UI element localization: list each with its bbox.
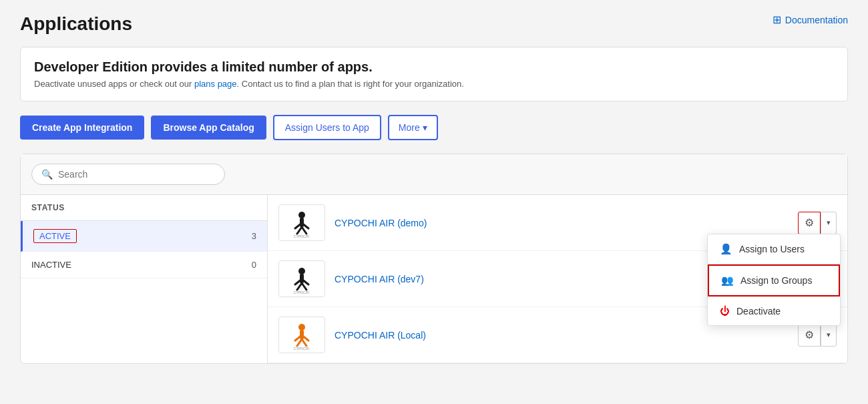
more-chevron-icon: ▾ [423, 122, 427, 133]
deactivate-item[interactable]: ⏻ Deactivate [708, 296, 840, 325]
banner-text: Deactivate unused apps or check out our … [34, 79, 834, 89]
page-header: Applications ⊞ Documentation [20, 13, 848, 35]
search-icon: 🔍 [41, 169, 53, 180]
assign-to-users-label: Assign to Users [739, 244, 805, 254]
app-logo-2: CYPOCHI [278, 260, 325, 297]
assign-to-groups-item[interactable]: 👥 Assign to Groups [708, 264, 840, 296]
svg-line-18 [297, 339, 302, 346]
dropdown-arrow-button-3[interactable]: ▾ [821, 324, 837, 347]
content-row: STATUS ACTIVE 3 INACTIVE 0 [21, 195, 847, 363]
deactivate-label: Deactivate [736, 306, 781, 317]
sidebar-item-inactive[interactable]: INACTIVE 0 [21, 252, 267, 278]
active-count: 3 [252, 231, 256, 241]
sidebar-status-header: STATUS [21, 195, 267, 221]
svg-point-0 [298, 212, 305, 218]
svg-point-14 [298, 324, 305, 331]
inactive-label: INACTIVE [31, 260, 71, 270]
action-buttons-row: Create App Integration Browse App Catalo… [20, 115, 848, 140]
app-actions-1: ⚙ ▾ [798, 212, 837, 234]
svg-line-11 [297, 283, 302, 290]
create-app-integration-button[interactable]: Create App Integration [20, 116, 144, 140]
search-input[interactable] [58, 169, 205, 180]
app-actions-3: ⚙ ▾ [798, 324, 837, 347]
table-row: CYPOCHI CYPOCHI AIR (demo) ⚙ ▾ 👤 Assign … [268, 195, 847, 251]
info-banner: Developer Edition provides a limited num… [20, 47, 848, 102]
svg-line-19 [302, 339, 306, 346]
banner-heading: Developer Edition provides a limited num… [34, 59, 834, 75]
gear-button-3[interactable]: ⚙ [798, 324, 821, 347]
group-icon: 👥 [721, 274, 734, 286]
assign-to-groups-label: Assign to Groups [740, 275, 812, 286]
svg-text:CYPOCHI: CYPOCHI [294, 290, 309, 294]
documentation-label: Documentation [785, 15, 848, 25]
power-icon: ⏻ [720, 305, 730, 317]
more-label: More [399, 122, 420, 133]
dropdown-arrow-button-1[interactable]: ▾ [821, 212, 837, 234]
svg-text:CYPOCHI: CYPOCHI [294, 347, 309, 350]
search-bar-row: 🔍 [21, 154, 847, 195]
banner-text-after: . Contact us to find a plan that is righ… [237, 79, 464, 89]
gear-button-1[interactable]: ⚙ [798, 212, 821, 234]
active-label: ACTIVE [33, 229, 77, 243]
plans-page-link[interactable]: plans page [194, 79, 237, 89]
cypochi-logo-2: CYPOCHI [286, 264, 318, 294]
documentation-icon: ⊞ [773, 13, 781, 26]
app-logo-3: CYPOCHI [278, 317, 325, 353]
app-name-3[interactable]: CYPOCHI AIR (Local) [335, 330, 789, 341]
dropdown-menu: 👤 Assign to Users 👥 Assign to Groups ⏻ D… [707, 234, 841, 326]
search-input-wrap[interactable]: 🔍 [31, 164, 225, 185]
app-logo-1: CYPOCHI [278, 204, 325, 241]
svg-point-7 [298, 268, 305, 274]
cypochi-logo-3: CYPOCHI [286, 321, 318, 350]
more-button[interactable]: More ▾ [388, 115, 438, 140]
browse-app-catalog-button[interactable]: Browse App Catalog [151, 116, 266, 140]
cypochi-logo-1: CYPOCHI [286, 208, 318, 238]
page-title: Applications [20, 13, 132, 35]
svg-line-12 [302, 283, 306, 290]
sidebar-item-active[interactable]: ACTIVE 3 [21, 221, 267, 252]
assign-users-to-app-button[interactable]: Assign Users to App [273, 115, 381, 140]
svg-line-5 [302, 227, 306, 234]
apps-list: CYPOCHI CYPOCHI AIR (demo) ⚙ ▾ 👤 Assign … [268, 195, 847, 363]
sidebar: STATUS ACTIVE 3 INACTIVE 0 [21, 195, 268, 363]
banner-text-before: Deactivate unused apps or check out our [34, 79, 194, 89]
svg-line-4 [297, 227, 302, 234]
person-icon: 👤 [720, 243, 732, 255]
page-container: Applications ⊞ Documentation Developer E… [0, 0, 868, 404]
svg-text:CYPOCHI: CYPOCHI [294, 234, 309, 238]
assign-to-users-item[interactable]: 👤 Assign to Users [708, 234, 840, 264]
inactive-count: 0 [252, 260, 256, 270]
main-panel: 🔍 STATUS ACTIVE 3 INACTIVE 0 [20, 154, 848, 364]
documentation-link[interactable]: ⊞ Documentation [773, 13, 848, 26]
app-name-1[interactable]: CYPOCHI AIR (demo) [335, 218, 789, 228]
